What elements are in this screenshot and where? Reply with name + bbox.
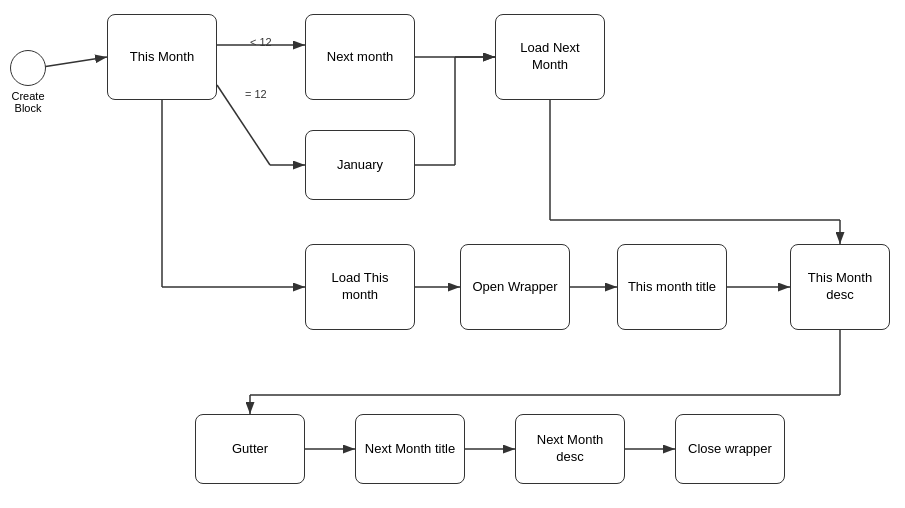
this-month-title-node: This month title xyxy=(617,244,727,330)
create-block-label: Create Block xyxy=(0,90,56,114)
svg-line-1 xyxy=(36,57,107,68)
load-this-month-node: Load Thismonth xyxy=(305,244,415,330)
next-month-title-node: Next Month title xyxy=(355,414,465,484)
next-month-node: Next month xyxy=(305,14,415,100)
flowchart-diagram: < 12 = 12 Create Block This Month Next m… xyxy=(0,0,905,508)
create-block-node xyxy=(10,50,46,86)
close-wrapper-node: Close wrapper xyxy=(675,414,785,484)
next-month-desc-node: Next Monthdesc xyxy=(515,414,625,484)
gutter-node: Gutter xyxy=(195,414,305,484)
open-wrapper-node: Open Wrapper xyxy=(460,244,570,330)
this-month-node: This Month xyxy=(107,14,217,100)
january-node: January xyxy=(305,130,415,200)
load-next-month-node: Load NextMonth xyxy=(495,14,605,100)
this-month-desc-node: This Monthdesc xyxy=(790,244,890,330)
edge-label-lt12: < 12 xyxy=(250,36,272,48)
edge-label-eq12: = 12 xyxy=(245,88,267,100)
